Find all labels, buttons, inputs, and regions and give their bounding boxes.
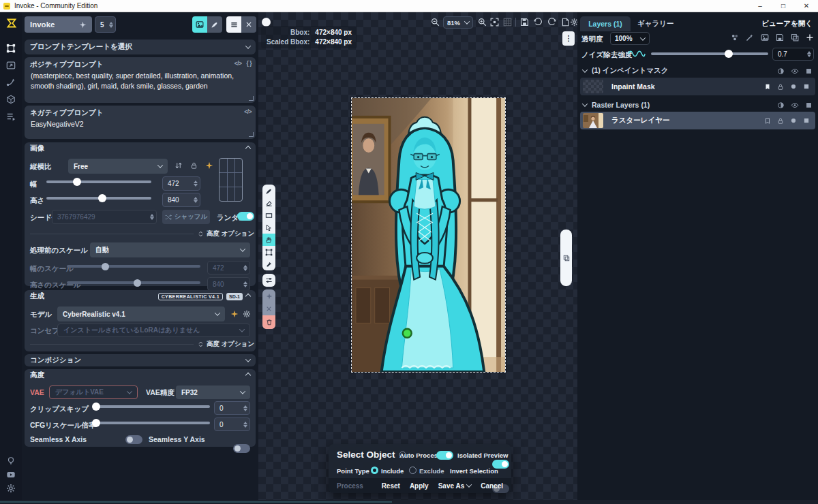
- model-sparkle-icon[interactable]: [230, 310, 239, 318]
- negative-prompt-input[interactable]: EasyNegativeV2: [25, 119, 256, 129]
- frame-icon[interactable]: [805, 67, 813, 75]
- exclude-radio[interactable]: [409, 467, 416, 474]
- braces-icon[interactable]: { }: [247, 60, 252, 69]
- image-layer-icon[interactable]: [761, 33, 769, 42]
- maximize-button[interactable]: □: [772, 0, 795, 12]
- generated-image[interactable]: [351, 97, 506, 373]
- generation-section-header[interactable]: 生成 CYBERREALISTIC V4.1 SD-1: [25, 290, 256, 302]
- height-slider[interactable]: [46, 197, 151, 200]
- image-advanced-options-link[interactable]: 高度 オプション: [198, 230, 254, 238]
- bookmark-icon[interactable]: [764, 83, 771, 91]
- visibility-dot-icon[interactable]: [790, 117, 797, 124]
- frame-icon[interactable]: [805, 101, 813, 109]
- canvas-area[interactable]: 81% Bbox: 472×840 px Scaled Bbox: 472×84…: [258, 12, 577, 500]
- clip-skip-slider[interactable]: [93, 405, 210, 408]
- positive-prompt-input[interactable]: (masterpiece, best quality, super detail…: [25, 71, 256, 91]
- bbox-tool[interactable]: [262, 246, 275, 258]
- reset-button[interactable]: Reset: [382, 482, 400, 490]
- model-select[interactable]: CyberRealistic v4.1: [57, 306, 225, 321]
- composition-section-header[interactable]: コンポジション: [25, 354, 256, 366]
- include-radio[interactable]: [371, 467, 378, 474]
- support-lightbulb-icon[interactable]: [6, 456, 16, 466]
- zoom-level-select[interactable]: 81%: [443, 16, 473, 29]
- generation-advanced-options-link[interactable]: 高度 オプション: [198, 340, 254, 349]
- inpaint-group-header[interactable]: (1) インペイントマスク: [580, 65, 815, 76]
- move-tool[interactable]: [262, 221, 275, 234]
- minimize-button[interactable]: –: [748, 0, 772, 12]
- wand-icon[interactable]: [746, 33, 754, 42]
- tab-queue-icon[interactable]: [6, 112, 16, 121]
- undo-icon[interactable]: [534, 18, 543, 27]
- tab-layers[interactable]: Layers (1): [580, 16, 631, 31]
- advanced-section-header[interactable]: 高度: [25, 369, 256, 381]
- seamless-x-toggle[interactable]: [125, 435, 142, 444]
- image-section-header[interactable]: 画像: [25, 142, 256, 155]
- close-window-button[interactable]: ✕: [795, 0, 818, 12]
- embedding-code-icon[interactable]: </>: [244, 108, 252, 118]
- cfg-rescale-stepper[interactable]: 0: [214, 418, 250, 431]
- invoke-button[interactable]: Invoke: [25, 16, 92, 33]
- auto-process-toggle[interactable]: [436, 451, 453, 460]
- fit-to-view-icon[interactable]: [490, 18, 499, 27]
- cancel-queue-button[interactable]: [241, 16, 256, 33]
- lock-icon[interactable]: [777, 83, 784, 91]
- zoom-out-icon[interactable]: [431, 18, 440, 27]
- visibility-dot-icon[interactable]: [790, 83, 797, 90]
- prompt-template-select[interactable]: プロンプトテンプレートを選択: [25, 40, 256, 54]
- mask-cancel-button[interactable]: [266, 302, 272, 315]
- tab-models-icon[interactable]: [6, 95, 16, 104]
- apply-button[interactable]: Apply: [410, 482, 429, 490]
- embedding-code-icon[interactable]: </>: [234, 60, 242, 69]
- snap-grid-icon[interactable]: [503, 18, 512, 27]
- shuffle-seed-button[interactable]: シャッフル: [162, 210, 210, 224]
- process-button[interactable]: Process: [337, 482, 363, 490]
- brush-tool[interactable]: [262, 185, 275, 197]
- save-icon[interactable]: [520, 18, 529, 27]
- resize-handle[interactable]: [249, 132, 254, 137]
- resize-handle[interactable]: [249, 96, 254, 101]
- cancel-button[interactable]: Cancel: [481, 482, 503, 490]
- blend-icon[interactable]: [777, 67, 785, 75]
- rect-tool[interactable]: [262, 209, 275, 221]
- save-as-button[interactable]: Save As: [438, 482, 472, 490]
- tab-canvas-icon[interactable]: [6, 44, 16, 53]
- width-slider[interactable]: [46, 180, 151, 183]
- model-settings-gear-icon[interactable]: [243, 310, 251, 318]
- eye-icon[interactable]: [791, 101, 799, 109]
- delete-layer-button[interactable]: [262, 315, 275, 329]
- eye-icon[interactable]: [791, 67, 799, 75]
- clip-skip-stepper[interactable]: 0: [214, 401, 250, 415]
- image-mode-button[interactable]: [192, 16, 207, 33]
- lock-icon[interactable]: [777, 117, 784, 125]
- raster-layer-row[interactable]: ラスターレイヤー: [580, 112, 815, 129]
- random-seed-toggle[interactable]: [237, 212, 254, 221]
- aspect-select[interactable]: Free: [68, 159, 168, 174]
- cfg-rescale-slider[interactable]: [93, 422, 210, 424]
- mask-process-button[interactable]: [266, 289, 273, 302]
- inpaint-mask-layer-row[interactable]: Inpaint Mask: [580, 78, 815, 95]
- vae-select[interactable]: デフォルトVAE: [49, 385, 138, 399]
- add-layer-icon[interactable]: [806, 33, 814, 42]
- settings-gear-icon[interactable]: [6, 484, 16, 493]
- scale-before-select[interactable]: 自動: [90, 242, 250, 257]
- tab-upscale-icon[interactable]: [6, 61, 16, 70]
- brush-mode-button[interactable]: [207, 16, 222, 33]
- blend-icon[interactable]: [777, 101, 785, 109]
- color-picker-tool[interactable]: [262, 258, 275, 270]
- eraser-tool[interactable]: [262, 197, 275, 209]
- bookmark-icon[interactable]: [764, 117, 771, 125]
- tool-options-button[interactable]: [262, 274, 275, 287]
- width-stepper[interactable]: 472: [162, 176, 200, 191]
- new-canvas-icon[interactable]: [561, 18, 570, 27]
- staging-panel-handle[interactable]: [560, 230, 572, 286]
- layer-menu-icon[interactable]: [803, 117, 810, 124]
- denoise-stepper[interactable]: 0.7: [772, 48, 814, 61]
- merge-layers-icon[interactable]: [731, 33, 739, 42]
- redo-icon[interactable]: [547, 18, 556, 27]
- optimize-size-icon[interactable]: [205, 161, 213, 170]
- queue-count-stepper[interactable]: 5: [95, 16, 116, 33]
- save-layer-icon[interactable]: [776, 33, 784, 42]
- lock-aspect-icon[interactable]: [190, 161, 198, 170]
- layer-menu-icon[interactable]: [803, 83, 810, 90]
- swap-dims-icon[interactable]: [175, 161, 183, 170]
